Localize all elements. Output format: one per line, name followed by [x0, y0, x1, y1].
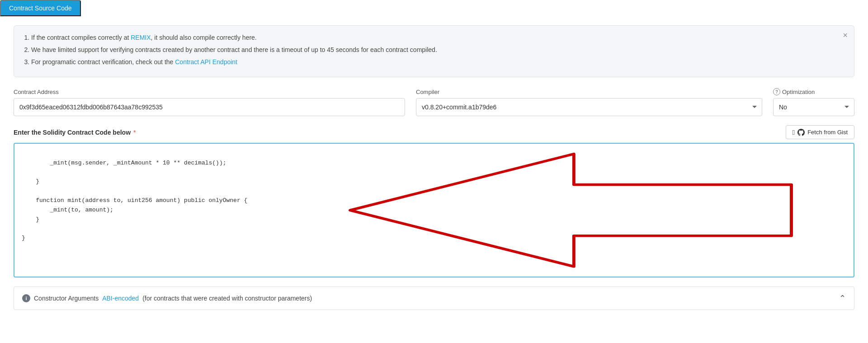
code-section-header: Enter the Solidity Contract Code below *… — [14, 125, 854, 139]
required-star: * — [133, 129, 136, 136]
abi-encoded-link[interactable]: ABI-encoded — [102, 295, 139, 302]
contract-address-label: Contract Address — [14, 89, 405, 95]
optimization-label: Optimization — [782, 89, 815, 95]
info-text-2: We have limited support for verifying co… — [31, 46, 437, 53]
main-content: If the contract compiles correctly at RE… — [0, 16, 868, 319]
constructor-args-section: i Constructor Arguments ABI-encoded (for… — [14, 287, 854, 310]
page-wrapper: Contract Source Code If the contract com… — [0, 0, 868, 343]
contract-address-input[interactable] — [14, 98, 405, 116]
code-editor[interactable]: _mint(msg.sender, _mintAmount * 10 ** de… — [14, 143, 854, 277]
svg-marker-0 — [350, 154, 791, 267]
info-item-2: We have limited support for verifying co… — [31, 45, 845, 55]
constructor-args-label: Constructor Arguments — [34, 295, 99, 302]
info-text-1b: , it should also compile correctly here. — [151, 34, 257, 41]
form-row: Contract Address Compiler v0.8.20+commit… — [14, 88, 854, 116]
info-item-1: If the contract compiles correctly at RE… — [31, 33, 845, 42]
code-container: _mint(msg.sender, _mintAmount * 10 ** de… — [14, 143, 854, 277]
github-icon:  — [793, 128, 795, 136]
compiler-select[interactable]: v0.8.20+commit.a1b79de6 v0.8.19+commit.7… — [416, 98, 762, 116]
info-list: If the contract compiles correctly at RE… — [23, 33, 845, 67]
remix-link[interactable]: REMIX — [131, 34, 151, 41]
contract-source-code-tab[interactable]: Contract Source Code — [0, 0, 81, 16]
contract-api-link[interactable]: Contract API Endpoint — [175, 58, 237, 66]
fetch-gist-label: Fetch from Gist — [807, 129, 848, 136]
chevron-up-icon[interactable]: ⌃ — [839, 293, 846, 303]
contract-address-group: Contract Address — [14, 89, 405, 116]
compiler-group: Compiler v0.8.20+commit.a1b79de6 v0.8.19… — [416, 89, 762, 116]
optimization-group: ? Optimization No Yes — [773, 88, 854, 116]
info-item-3: For programatic contract verification, c… — [31, 57, 845, 67]
code-section-label-wrap: Enter the Solidity Contract Code below * — [14, 129, 136, 136]
info-text-1a: If the contract compiles correctly at — [31, 34, 131, 41]
optimization-label-row: ? Optimization — [773, 88, 854, 95]
compiler-label: Compiler — [416, 89, 762, 95]
help-icon: ? — [773, 88, 780, 95]
code-content: _mint(msg.sender, _mintAmount * 10 ** de… — [22, 160, 247, 241]
constructor-args-left: i Constructor Arguments ABI-encoded (for… — [22, 294, 312, 302]
constructor-args-suffix: (for contracts that were created with co… — [142, 295, 312, 302]
code-section-label: Enter the Solidity Contract Code below — [14, 129, 131, 136]
github-icon-svg — [797, 129, 805, 136]
info-text-3a: For programatic contract verification, c… — [31, 58, 175, 66]
close-info-button[interactable]: × — [843, 31, 848, 39]
fetch-gist-button[interactable]:  Fetch from Gist — [786, 125, 854, 139]
constructor-info-icon: i — [22, 294, 30, 302]
optimization-select[interactable]: No Yes — [773, 98, 854, 116]
info-box: If the contract compiles correctly at RE… — [14, 25, 854, 77]
